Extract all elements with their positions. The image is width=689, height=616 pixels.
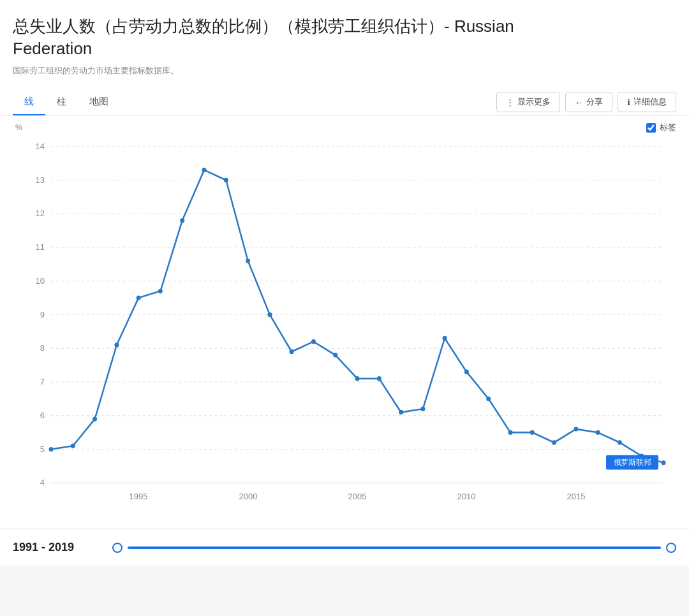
svg-text:2000: 2000 bbox=[239, 492, 258, 501]
slider-container bbox=[112, 543, 676, 553]
data-point bbox=[443, 336, 447, 341]
data-point bbox=[114, 343, 119, 348]
svg-text:10: 10 bbox=[36, 276, 45, 286]
share-button[interactable]: ← 分享 bbox=[565, 92, 612, 112]
data-point bbox=[377, 376, 382, 381]
data-point bbox=[574, 427, 578, 431]
tabs-left: 线 柱 地图 bbox=[13, 89, 120, 115]
data-point bbox=[202, 168, 207, 172]
svg-text:2015: 2015 bbox=[567, 492, 586, 501]
data-point bbox=[311, 339, 316, 344]
slider-right-handle[interactable] bbox=[666, 543, 676, 553]
title-section: 总失业人数（占劳动力总数的比例）（模拟劳工组织估计）- Russian Fede… bbox=[0, 0, 689, 89]
info-icon: ℹ bbox=[627, 98, 630, 107]
svg-text:1995: 1995 bbox=[130, 492, 148, 501]
series-label-text: 俄罗斯联邦 bbox=[614, 458, 651, 467]
data-point bbox=[158, 289, 163, 293]
toolbar-right: ⋮ 显示更多 ← 分享 ℹ 详细信息 bbox=[496, 92, 676, 112]
data-point bbox=[180, 218, 184, 223]
slider-left-handle[interactable] bbox=[112, 543, 122, 553]
svg-text:7: 7 bbox=[40, 377, 45, 386]
tabs-toolbar: 线 柱 地图 ⋮ 显示更多 ← 分享 ℹ 详细信息 bbox=[0, 89, 689, 115]
svg-text:12: 12 bbox=[36, 209, 45, 218]
data-point bbox=[399, 410, 403, 414]
svg-text:14: 14 bbox=[36, 142, 45, 151]
data-point bbox=[508, 430, 513, 435]
chart-wrapper: 14 13 12 11 10 9 8 7 6 5 4 1995 2000 200… bbox=[13, 133, 676, 516]
svg-text:6: 6 bbox=[40, 411, 45, 420]
chart-area: % 标签 bbox=[0, 115, 689, 529]
data-point bbox=[49, 447, 54, 451]
data-point bbox=[420, 407, 425, 411]
data-point bbox=[71, 444, 75, 448]
svg-text:2005: 2005 bbox=[348, 492, 367, 501]
legend-toggle[interactable] bbox=[646, 123, 656, 133]
dots-icon: ⋮ bbox=[506, 98, 514, 107]
data-point bbox=[267, 312, 272, 317]
year-range: 1991 - 2019 bbox=[13, 541, 102, 554]
data-point bbox=[618, 441, 622, 445]
share-icon: ← bbox=[575, 98, 583, 107]
y-axis-label: % bbox=[15, 123, 22, 132]
svg-text:5: 5 bbox=[40, 444, 45, 454]
data-point bbox=[464, 370, 469, 374]
svg-text:11: 11 bbox=[36, 242, 45, 252]
main-container: 总失业人数（占劳动力总数的比例）（模拟劳工组织估计）- Russian Fede… bbox=[0, 0, 689, 566]
svg-text:2010: 2010 bbox=[457, 492, 476, 501]
data-point bbox=[552, 441, 556, 445]
data-point bbox=[93, 417, 97, 422]
tab-bar[interactable]: 柱 bbox=[45, 89, 78, 115]
info-button[interactable]: ℹ 详细信息 bbox=[618, 92, 676, 112]
data-point bbox=[137, 296, 141, 300]
legend-label: 标签 bbox=[660, 122, 676, 133]
tab-map[interactable]: 地图 bbox=[78, 89, 120, 115]
svg-text:13: 13 bbox=[36, 175, 45, 185]
data-point bbox=[246, 259, 250, 263]
legend-checkbox: 标签 bbox=[646, 122, 676, 133]
data-point bbox=[333, 353, 337, 357]
subtitle: 国际劳工组织的劳动力市场主要指标数据库。 bbox=[13, 65, 676, 84]
data-point bbox=[530, 430, 535, 435]
data-point bbox=[290, 349, 294, 354]
page-title: 总失业人数（占劳动力总数的比例）（模拟劳工组织估计）- Russian Fede… bbox=[13, 15, 676, 60]
data-point bbox=[486, 397, 491, 401]
svg-text:9: 9 bbox=[40, 310, 45, 319]
bottom-bar: 1991 - 2019 bbox=[0, 529, 689, 566]
data-point bbox=[355, 376, 360, 381]
chart-header: % 标签 bbox=[13, 122, 676, 133]
chart-svg: 14 13 12 11 10 9 8 7 6 5 4 1995 2000 200… bbox=[13, 133, 676, 516]
data-point bbox=[224, 178, 228, 182]
data-point bbox=[662, 460, 666, 465]
svg-text:8: 8 bbox=[40, 343, 45, 353]
more-button[interactable]: ⋮ 显示更多 bbox=[496, 92, 560, 112]
tab-line[interactable]: 线 bbox=[13, 89, 45, 115]
svg-text:4: 4 bbox=[40, 478, 45, 487]
data-point bbox=[596, 430, 600, 435]
slider-track bbox=[128, 546, 661, 549]
